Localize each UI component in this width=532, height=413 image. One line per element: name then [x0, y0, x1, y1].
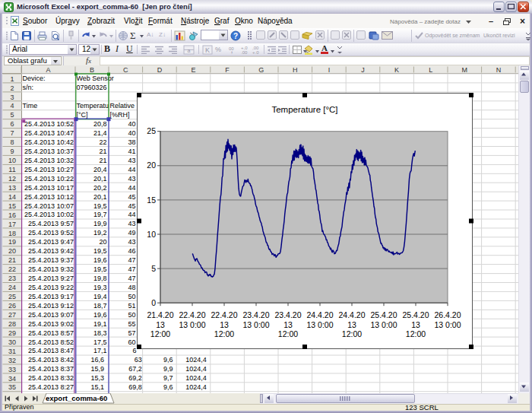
svg-text:15,9: 15,9	[90, 365, 104, 373]
svg-text:40: 40	[128, 120, 135, 128]
svg-text:13: 13	[347, 320, 356, 329]
svg-text:23.4.20: 23.4.20	[274, 310, 301, 319]
svg-text:+,0: +,0	[252, 50, 259, 54]
svg-text:6: 6	[132, 347, 136, 354]
svg-text:29: 29	[8, 329, 16, 337]
svg-text:20,2: 20,2	[93, 184, 107, 192]
svg-text:16,6: 16,6	[90, 356, 104, 364]
svg-text:21: 21	[99, 148, 106, 155]
svg-text:19,6: 19,6	[93, 256, 107, 264]
svg-text:55: 55	[128, 320, 135, 328]
svg-text:18,3: 18,3	[93, 329, 107, 337]
svg-text:50: 50	[128, 293, 135, 300]
svg-text:20,4: 20,4	[93, 166, 107, 173]
svg-text:12:00: 12:00	[214, 329, 234, 338]
svg-text:20: 20	[99, 238, 106, 246]
svg-text:25.4.2013 10:12: 25.4.2013 10:12	[24, 193, 74, 201]
svg-text:25.4.2013 9:42: 25.4.2013 9:42	[28, 247, 74, 255]
svg-text:25.4.2013 10:27: 25.4.2013 10:27	[24, 166, 74, 173]
svg-text:[°C]: [°C]	[77, 111, 88, 119]
svg-text:19,3: 19,3	[93, 284, 107, 291]
svg-text:25.4.2013 9:52: 25.4.2013 9:52	[28, 229, 74, 237]
svg-text:9: 9	[10, 148, 14, 155]
svg-text:60: 60	[128, 338, 135, 346]
svg-text:13 0:00: 13 0:00	[179, 320, 205, 329]
svg-text:21.4.20: 21.4.20	[147, 310, 173, 319]
svg-text:20: 20	[147, 160, 156, 170]
svg-text:K: K	[394, 66, 399, 74]
svg-text:9,6: 9,6	[163, 383, 173, 391]
svg-text:25.4.2013 10:42: 25.4.2013 10:42	[24, 138, 74, 146]
svg-text:12:00: 12:00	[278, 329, 298, 338]
svg-text:22: 22	[99, 138, 106, 146]
svg-text:25.4.2013 10:07: 25.4.2013 10:07	[24, 202, 74, 210]
svg-text:20: 20	[8, 247, 16, 255]
svg-text:47: 47	[128, 275, 135, 282]
svg-text:45: 45	[128, 202, 135, 210]
svg-text:1024,4: 1024,4	[185, 383, 207, 391]
svg-text:I: I	[328, 66, 331, 74]
svg-text:51: 51	[128, 302, 135, 310]
svg-text:69,8: 69,8	[128, 383, 142, 391]
svg-text:30: 30	[8, 338, 16, 346]
svg-text:25.4.2013 9:37: 25.4.2013 9:37	[28, 256, 74, 264]
svg-text:45: 45	[128, 193, 135, 201]
svg-text:13: 13	[283, 320, 293, 329]
svg-text:25.4.2013 9:02: 25.4.2013 9:02	[28, 320, 74, 328]
svg-text:22.4.20: 22.4.20	[211, 310, 237, 319]
svg-text:17,5: 17,5	[93, 338, 107, 346]
svg-text:32: 32	[8, 357, 16, 364]
svg-text:12:00: 12:00	[150, 329, 170, 338]
svg-text:1024,4: 1024,4	[185, 356, 207, 364]
svg-text:35: 35	[8, 383, 16, 391]
svg-text:25.4.2013 10:22: 25.4.2013 10:22	[24, 175, 74, 183]
svg-text:19,5: 19,5	[93, 247, 107, 255]
svg-text:K: K	[205, 46, 210, 54]
svg-text:L: L	[429, 66, 432, 74]
svg-text:43: 43	[128, 157, 135, 164]
svg-text:25.4.2013 9:32: 25.4.2013 9:32	[28, 265, 74, 273]
svg-text:24.4.20: 24.4.20	[338, 310, 365, 319]
svg-text:49: 49	[128, 229, 135, 237]
svg-text:3: 3	[10, 94, 14, 101]
svg-text:C: C	[123, 66, 128, 74]
svg-text:24.4.20: 24.4.20	[306, 310, 333, 319]
svg-text:16: 16	[8, 211, 16, 219]
svg-text:57: 57	[128, 329, 135, 337]
svg-text:25.4.2013 8:37: 25.4.2013 8:37	[28, 365, 74, 373]
svg-text:22: 22	[8, 265, 16, 273]
svg-text:44: 44	[128, 166, 135, 173]
svg-text:00: 00	[229, 46, 234, 51]
svg-text:25.4.2013 8:57: 25.4.2013 8:57	[28, 329, 74, 337]
svg-text:a: a	[188, 48, 191, 53]
svg-text:13: 13	[220, 320, 229, 329]
svg-text:15: 15	[8, 202, 16, 210]
svg-text:25.4.2013 9:12: 25.4.2013 9:12	[28, 302, 74, 310]
svg-text:10: 10	[8, 157, 16, 164]
svg-text:25: 25	[147, 126, 156, 135]
svg-text:,00: ,00	[241, 50, 248, 54]
svg-text:18: 18	[8, 230, 16, 237]
svg-text:17,1: 17,1	[93, 347, 107, 354]
svg-text:26.4.20: 26.4.20	[434, 310, 461, 319]
svg-text:11: 11	[8, 166, 15, 173]
svg-text:19,7: 19,7	[93, 211, 107, 218]
svg-text:H: H	[293, 66, 298, 74]
svg-text:26: 26	[8, 302, 16, 310]
svg-text:50: 50	[128, 311, 135, 319]
svg-text:25: 25	[8, 293, 16, 300]
svg-text:9,9: 9,9	[163, 365, 173, 373]
svg-text:25.4.2013 9:22: 25.4.2013 9:22	[28, 284, 74, 291]
svg-text:F: F	[225, 66, 230, 74]
svg-text:19: 19	[8, 238, 16, 246]
svg-text:31: 31	[8, 348, 16, 355]
svg-text:13: 13	[156, 320, 165, 329]
svg-text:43: 43	[128, 175, 135, 183]
svg-text:43: 43	[128, 238, 135, 246]
svg-text:4: 4	[10, 102, 14, 110]
svg-text:67,2: 67,2	[128, 365, 142, 373]
svg-text:10: 10	[147, 230, 156, 239]
svg-text:25.4.2013 9:17: 25.4.2013 9:17	[28, 293, 74, 300]
svg-text:J: J	[361, 66, 365, 74]
svg-text:25.4.2013 10:52: 25.4.2013 10:52	[24, 120, 74, 128]
